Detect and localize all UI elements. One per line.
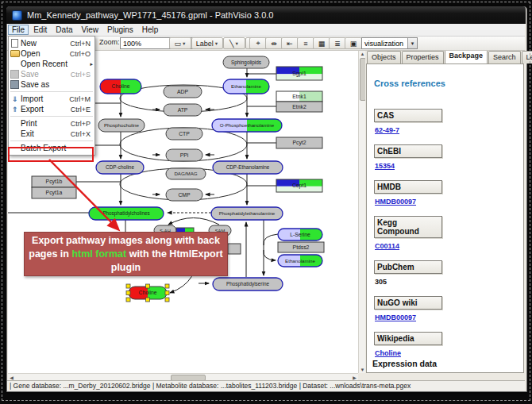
node-choline-selected[interactable]: Choline bbox=[126, 284, 169, 302]
node-l-serine[interactable]: L-Serine bbox=[278, 229, 322, 240]
chevron-down-icon[interactable]: ▼ bbox=[182, 41, 186, 46]
selection-handle[interactable] bbox=[126, 298, 130, 302]
node-ptdss2[interactable]: Ptdss2 bbox=[278, 242, 324, 252]
rows-button[interactable]: ≣ bbox=[329, 37, 346, 49]
node-label: L-Serine bbox=[290, 232, 310, 237]
reference-link[interactable]: HMDB00097 bbox=[375, 198, 517, 206]
tab-properties[interactable]: Properties bbox=[402, 51, 444, 63]
menubar-item-data[interactable]: Data bbox=[52, 25, 76, 35]
backpage-references: CAS62-49-7ChEBI15354HMDBHMDB00097Kegg Co… bbox=[374, 109, 517, 367]
menubar-item-plugins[interactable]: Plugins bbox=[103, 25, 137, 35]
selection-handle[interactable] bbox=[126, 291, 130, 295]
line-tool[interactable]: ╲▼ bbox=[223, 37, 245, 49]
node-pcyt1a[interactable]: Pcyt1a bbox=[32, 187, 76, 198]
node-cept1[interactable]: Cept1 bbox=[276, 179, 322, 192]
node-ppi[interactable]: PPi bbox=[166, 149, 202, 161]
group-button[interactable]: ▣ bbox=[345, 37, 362, 49]
node-label: Pcyt1a bbox=[46, 190, 63, 196]
node-o-phosphoethanolamine[interactable]: O-Phosphoethanolamine bbox=[212, 119, 282, 132]
menu-item-save[interactable]: SaveCtrl+S bbox=[9, 69, 94, 79]
node-cmp[interactable]: CMP bbox=[166, 189, 202, 201]
node-sphingolipids[interactable]: Sphingolipids bbox=[223, 56, 269, 68]
reference-db-name: NuGO wiki bbox=[374, 296, 442, 310]
menu-shortcut: Ctrl+N bbox=[70, 40, 94, 48]
node-label: Cept1 bbox=[292, 183, 306, 189]
distribute-button[interactable]: ⇹ bbox=[265, 37, 283, 49]
reference-link[interactable]: 15354 bbox=[375, 162, 517, 170]
selection-handle[interactable] bbox=[146, 284, 150, 288]
chevron-down-icon[interactable]: ▼ bbox=[214, 41, 218, 46]
callout-text-2: with the HtmlExport plugin bbox=[111, 248, 223, 273]
status-text: | Gene database: ...m_Derby_20120602.bri… bbox=[10, 382, 411, 390]
node-pcyt2[interactable]: Pcyt2 bbox=[276, 137, 322, 148]
menu-bar: FileEditDataViewPluginsHelp bbox=[7, 24, 525, 37]
menubar-item-view[interactable]: View bbox=[77, 25, 102, 35]
stack-icon: ≡ bbox=[303, 40, 307, 48]
node-phosphatidylserine[interactable]: Phosphatidylserine bbox=[213, 278, 283, 290]
node-phosphocholine[interactable]: Phosphocholine bbox=[98, 119, 145, 132]
node-choline-top[interactable]: Choline bbox=[100, 79, 141, 94]
menubar-item-edit[interactable]: Edit bbox=[29, 25, 51, 35]
menu-item-label: Open Recent bbox=[21, 60, 91, 68]
gene-tool[interactable]: ▭▼ bbox=[169, 37, 191, 49]
align-button[interactable]: ⌖ bbox=[249, 37, 267, 49]
menu-item-batch-export[interactable]: Batch Export bbox=[9, 143, 94, 153]
selection-handle[interactable] bbox=[146, 298, 150, 302]
node-ctp[interactable]: CTP bbox=[166, 128, 202, 140]
selection-handle[interactable] bbox=[165, 284, 169, 288]
tab-legend[interactable]: Legend bbox=[522, 51, 532, 63]
selection-handle[interactable] bbox=[165, 291, 169, 295]
visualization-combobox[interactable]: visualization ▼ bbox=[361, 37, 418, 49]
node-ethanolamine-bottom[interactable]: Ethanolamine bbox=[278, 255, 322, 267]
menu-item-print[interactable]: PrintCtrl+P bbox=[9, 118, 94, 129]
rows-icon: ≣ bbox=[334, 40, 341, 48]
node-adp[interactable]: ADP bbox=[164, 86, 202, 98]
menubar-item-help[interactable]: Help bbox=[138, 25, 163, 35]
stack-button[interactable]: ≡ bbox=[297, 37, 314, 49]
node-phosphatidylethanolamine[interactable]: Phosphatidylethanolamine bbox=[211, 207, 283, 220]
menu-item-import[interactable]: ⇓ImportCtrl+M bbox=[9, 94, 94, 104]
node-atp[interactable]: ATP bbox=[164, 104, 202, 116]
node-label: CTP bbox=[179, 131, 190, 137]
reference-link[interactable]: HMDB00097 bbox=[375, 314, 517, 321]
columns-button[interactable]: ▦ bbox=[313, 37, 330, 49]
reference-section-kegg-compound: Kegg CompoundC00114 bbox=[374, 216, 517, 250]
node-label: Ethanolamine bbox=[231, 83, 261, 89]
node-label: ADP bbox=[177, 89, 188, 94]
tab-objects[interactable]: Objects bbox=[367, 51, 401, 63]
node-label: O-Phosphoethanolamine bbox=[220, 122, 275, 128]
title-bar[interactable]: Mm_Kennedy_pathway_WP1771_45176.gpml - P… bbox=[6, 6, 526, 24]
columns-icon: ▦ bbox=[318, 40, 326, 48]
menu-item-exit[interactable]: ExitCtrl+X bbox=[9, 129, 94, 139]
node-phosphatidylcholines[interactable]: Phosphatidylcholines bbox=[89, 207, 164, 220]
chevron-down-icon[interactable]: ▼ bbox=[234, 41, 238, 46]
node-sgpl1[interactable]: Sgpl1 bbox=[276, 67, 322, 80]
reference-link[interactable]: 62-49-7 bbox=[375, 126, 517, 134]
node-cdp-choline[interactable]: CDP-choline bbox=[96, 161, 144, 174]
node-cdp-ethanolamine[interactable]: CDP-Ethanolamine bbox=[213, 161, 283, 174]
selection-handle[interactable] bbox=[165, 298, 169, 302]
node-ethanolamine-top[interactable]: Ethanolamine bbox=[223, 79, 269, 94]
label-tool[interactable]: Label▼ bbox=[191, 37, 223, 49]
menu-item-open-recent[interactable]: Open Recent▸ bbox=[9, 59, 94, 69]
cross-references-heading: Cross references bbox=[374, 79, 445, 88]
menubar-item-file[interactable]: File bbox=[8, 25, 29, 35]
align-left-icon: ⇤ bbox=[287, 40, 293, 48]
tab-search[interactable]: Search bbox=[488, 51, 521, 63]
align-left-button[interactable]: ⇤ bbox=[281, 37, 299, 49]
node-dag-mag[interactable]: DAG/MAG bbox=[166, 168, 206, 179]
menu-item-new[interactable]: NewCtrl+N bbox=[9, 38, 94, 48]
reference-link[interactable]: C00114 bbox=[375, 242, 517, 250]
menu-item-export[interactable]: ⇑ExportCtrl+E bbox=[9, 104, 94, 114]
node-etnk1[interactable]: Etnk1 bbox=[276, 91, 322, 102]
node-pcyt1b[interactable]: Pcyt1b bbox=[32, 176, 76, 187]
node-label: Sphingolipids bbox=[231, 60, 261, 66]
tab-backpage[interactable]: Backpage bbox=[445, 49, 488, 63]
chevron-down-icon[interactable]: ▼ bbox=[407, 38, 417, 48]
node-etnk2[interactable]: Etnk2 bbox=[276, 102, 322, 112]
menu-item-save-as[interactable]: Save as bbox=[9, 79, 94, 90]
menu-item-open[interactable]: OpenCtrl+O bbox=[9, 48, 94, 59]
node-hidden-gene-2[interactable] bbox=[228, 244, 241, 254]
reference-link[interactable]: Choline bbox=[375, 349, 517, 357]
selection-handle[interactable] bbox=[126, 284, 130, 288]
